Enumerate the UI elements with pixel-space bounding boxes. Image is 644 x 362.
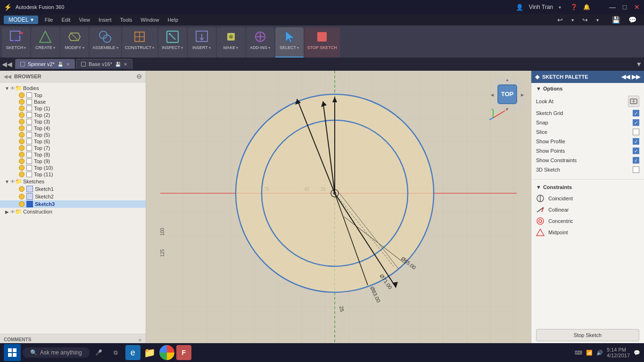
ribbon-create[interactable]: CREATE ▾: [31, 27, 59, 58]
tab-save-spinner[interactable]: 💾: [58, 62, 63, 67]
body-top2-checkbox[interactable]: [26, 112, 32, 118]
undo-button[interactable]: ↩: [553, 15, 567, 25]
ribbon-inspect[interactable]: INSPECT ▾: [158, 27, 187, 58]
save-button[interactable]: 💾: [608, 15, 624, 25]
constraint-collinear[interactable]: Collinear: [536, 204, 639, 215]
tree-body-top6[interactable]: Top (6): [0, 138, 146, 145]
menu-file[interactable]: File: [41, 16, 57, 24]
snap-checkbox[interactable]: ✓: [633, 119, 639, 126]
tab-base[interactable]: Base v16* 💾 ✕: [76, 59, 132, 69]
minimize-button[interactable]: —: [609, 4, 616, 10]
undo-dropdown[interactable]: ▾: [568, 16, 578, 24]
tree-body-top1[interactable]: Top (1): [0, 105, 146, 112]
body-top9-checkbox[interactable]: [26, 158, 32, 164]
canvas-area[interactable]: 125 100 75 40 25: [146, 71, 531, 345]
menu-edit[interactable]: Edit: [58, 16, 74, 24]
task-view-button[interactable]: ⧉: [108, 345, 124, 360]
tree-body-top10[interactable]: Top (10): [0, 165, 146, 171]
menu-tools[interactable]: Tools: [116, 16, 136, 24]
sketchgrid-checkbox[interactable]: ✓: [633, 110, 639, 116]
ribbon-insert[interactable]: INSERT ▾: [188, 27, 216, 58]
showpoints-checkbox[interactable]: ✓: [633, 148, 639, 154]
ribbon-assemble[interactable]: ASSEMBLE ▾: [90, 27, 121, 58]
tab-spinner[interactable]: Spinner v2* 💾 ✕: [15, 59, 75, 69]
constraint-coincident[interactable]: Coincident: [536, 193, 639, 204]
body-top8-checkbox[interactable]: [26, 152, 32, 157]
start-button[interactable]: [4, 344, 21, 361]
edge-button[interactable]: e: [125, 345, 140, 360]
user-dropdown-icon[interactable]: ▾: [559, 5, 561, 10]
keyboard-icon[interactable]: ⌨: [575, 350, 582, 356]
help-button[interactable]: ❓: [570, 4, 578, 10]
options-collapse-icon[interactable]: ▼: [536, 86, 541, 91]
ribbon-construct[interactable]: CONSTRUCT ▾: [122, 27, 157, 58]
tree-body-base[interactable]: Base: [0, 99, 146, 105]
showconstraints-checkbox[interactable]: ✓: [633, 157, 639, 164]
tree-body-top11[interactable]: Top (11): [0, 171, 146, 178]
close-button[interactable]: ✕: [634, 4, 640, 10]
ribbon-make[interactable]: MAKE ▾: [217, 27, 245, 58]
tab-close-spinner[interactable]: ✕: [66, 62, 70, 67]
tree-construction[interactable]: ▶ 👁 📁 Construction: [0, 208, 146, 215]
tree-body-top2[interactable]: Top (2): [0, 112, 146, 118]
notification-center[interactable]: 💬: [634, 350, 640, 356]
tree-sketch3[interactable]: Sketch3: [0, 200, 146, 208]
tree-body-top9[interactable]: Top (9): [0, 158, 146, 165]
tabs-nav-right[interactable]: ▼: [636, 60, 642, 68]
body-top11-checkbox[interactable]: [26, 172, 32, 177]
network-icon[interactable]: 📶: [586, 350, 593, 356]
body-top3-checkbox[interactable]: [26, 119, 32, 124]
menu-help[interactable]: Help: [164, 16, 182, 24]
tree-bodies-expand[interactable]: ▼ 👁 📁 Bodies: [0, 84, 146, 92]
tree-sketches-expand[interactable]: ▼ 👁 📁 Sketches: [0, 178, 146, 185]
volume-icon[interactable]: 🔊: [596, 350, 603, 356]
menu-view[interactable]: View: [75, 16, 94, 24]
expand-construction-icon[interactable]: ▶: [4, 208, 10, 215]
ribbon-addins[interactable]: ADD-INS ▾: [246, 27, 274, 58]
palette-expand-right[interactable]: ▶▶: [632, 74, 640, 80]
tree-body-top3[interactable]: Top (3): [0, 118, 146, 125]
redo-button[interactable]: ↪: [578, 15, 592, 25]
ribbon-sketch[interactable]: SKETCH ▾: [2, 27, 30, 58]
tab-save-base[interactable]: 💾: [115, 62, 121, 67]
tabs-nav-left[interactable]: ◀◀: [2, 60, 12, 68]
tree-sketch1[interactable]: Sketch1: [0, 185, 146, 193]
constraint-concentric[interactable]: Concentric: [536, 215, 639, 227]
microphone-button[interactable]: 🎤: [91, 345, 107, 360]
body-top7-checkbox[interactable]: [26, 145, 32, 151]
body-top-checkbox[interactable]: [26, 92, 32, 98]
tree-body-top[interactable]: Top: [0, 92, 146, 99]
explorer-button[interactable]: 📁: [142, 345, 157, 360]
body-top4-checkbox[interactable]: [26, 125, 32, 131]
browser-expand-left[interactable]: ◀◀: [4, 74, 11, 79]
model-selector[interactable]: MODEL ▾: [4, 16, 38, 24]
3dsketch-checkbox[interactable]: [633, 166, 639, 173]
tree-body-top7[interactable]: Top (7): [0, 145, 146, 151]
body-top1-checkbox[interactable]: [26, 106, 32, 111]
constraints-collapse-icon[interactable]: ▼: [536, 184, 541, 190]
viewcube[interactable]: TOP ▲ ▼ ◀ ▶ x y: [488, 75, 526, 113]
constraint-midpoint[interactable]: Midpoint: [536, 227, 639, 238]
body-top5-checkbox[interactable]: [26, 132, 32, 138]
ribbon-modify[interactable]: MODIFY ▾: [60, 27, 89, 58]
tree-body-top8[interactable]: Top (8): [0, 151, 146, 158]
maximize-button[interactable]: □: [621, 4, 628, 10]
browser-options[interactable]: ⊖: [136, 73, 142, 80]
body-base-checkbox[interactable]: [26, 99, 32, 105]
menu-insert[interactable]: Insert: [95, 16, 116, 24]
chrome-button[interactable]: [159, 345, 174, 360]
tree-body-top5[interactable]: Top (5): [0, 132, 146, 138]
tree-body-top4[interactable]: Top (4): [0, 125, 146, 132]
showprofile-checkbox[interactable]: ✓: [633, 138, 639, 145]
slice-checkbox[interactable]: [633, 129, 639, 135]
fusion360-button[interactable]: F: [176, 345, 191, 360]
add-comment-button[interactable]: +: [138, 336, 142, 344]
lookat-button[interactable]: [628, 96, 639, 107]
tab-close-base[interactable]: ✕: [124, 62, 127, 67]
palette-collapse-left[interactable]: ◀◀: [621, 74, 630, 80]
ribbon-stopsketch[interactable]: STOP SKETCH: [305, 27, 340, 58]
menu-window[interactable]: Window: [137, 16, 163, 24]
body-top10-checkbox[interactable]: [26, 165, 32, 171]
user-name[interactable]: Vinh Tran: [529, 4, 553, 10]
chat-button[interactable]: 💬: [625, 15, 640, 25]
